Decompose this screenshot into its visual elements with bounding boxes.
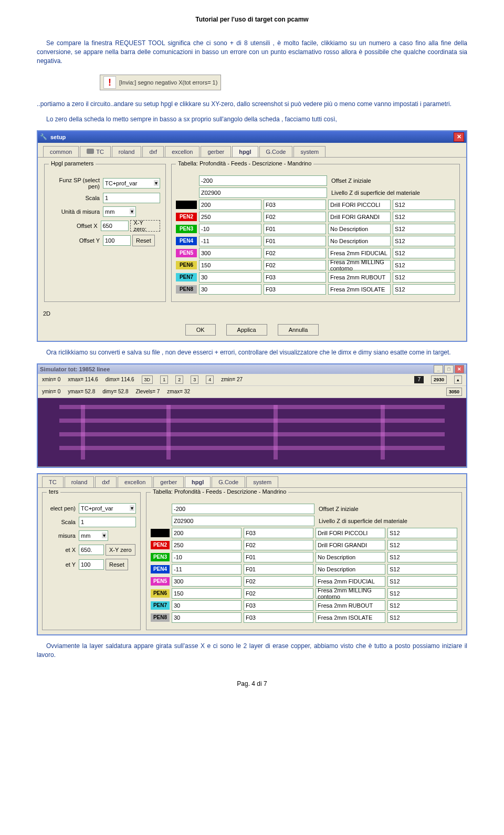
feed-input[interactable]: F03 — [244, 600, 313, 611]
tab-tc[interactable]: TC — [80, 146, 111, 157]
zlevel-input-2[interactable]: Z02900 — [172, 516, 314, 526]
spindle-input[interactable]: S12 — [387, 588, 457, 599]
btn-2[interactable]: 2 — [175, 375, 183, 384]
offsetz-input-2[interactable]: -200 — [172, 504, 314, 514]
tab-roland[interactable]: roland — [112, 146, 142, 157]
feed-input[interactable]: F02 — [264, 248, 326, 258]
offsety-input-2[interactable]: 100 — [79, 559, 104, 570]
spindle-input[interactable]: S12 — [393, 236, 455, 246]
desc-input[interactable]: Fresa 2mm MILLING contorno — [316, 588, 385, 599]
spindle-input[interactable]: S12 — [393, 224, 455, 234]
zlevel-input[interactable]: Z02900 — [199, 187, 327, 198]
apply-button[interactable]: Applica — [226, 324, 267, 336]
maximize-button[interactable]: □ — [444, 365, 454, 373]
spindle-input[interactable]: S12 — [387, 564, 457, 575]
desc-input[interactable]: Fresa 2mm RUBOUT — [328, 272, 391, 283]
depth-input[interactable]: 200 — [172, 528, 242, 538]
feed-input[interactable]: F01 — [264, 236, 326, 246]
desc-input[interactable]: Fresa 2mm FIDUCIAL — [316, 576, 385, 587]
desc-input[interactable]: No Description — [316, 564, 385, 575]
feed-input[interactable]: F01 — [264, 224, 326, 234]
btn-3[interactable]: 3 — [191, 375, 198, 384]
desc-input[interactable]: No Description — [328, 224, 391, 234]
desc-input[interactable]: Drill FORI GRANDI — [328, 212, 391, 222]
desc-input[interactable]: No Description — [316, 552, 385, 562]
spindle-input[interactable]: S12 — [393, 212, 455, 222]
xy-zero-button[interactable]: X-Y zero: — [130, 220, 161, 232]
depth-input[interactable]: 200 — [199, 200, 261, 210]
funz-select[interactable]: TC+prof_var — [103, 178, 160, 189]
offsety-input[interactable]: 100 — [103, 235, 131, 246]
3d-button[interactable]: 3D — [142, 375, 153, 384]
btn-4[interactable]: 4 — [206, 375, 214, 384]
desc-input[interactable]: Drill FORI PICCOLI — [328, 200, 391, 210]
depth-input[interactable]: 30 — [172, 612, 242, 623]
tab-gcode[interactable]: G.Code — [259, 146, 293, 157]
desc-input[interactable]: Fresa 2mm FIDUCIAL — [328, 248, 391, 258]
offsetx-input[interactable]: 650 — [101, 221, 129, 231]
spindle-input[interactable]: S12 — [387, 612, 457, 623]
unit-select-2[interactable]: mm — [79, 530, 108, 541]
scroll-up-icon[interactable]: ▴ — [454, 375, 462, 384]
scala-input-2[interactable]: 1 — [79, 517, 136, 527]
spindle-input[interactable]: S12 — [387, 600, 457, 611]
depth-input[interactable]: 300 — [172, 576, 242, 587]
close-button[interactable]: ✕ — [455, 365, 464, 373]
feed-input[interactable]: F03 — [264, 284, 326, 295]
depth-input[interactable]: -11 — [199, 236, 261, 246]
reset-button-2[interactable]: Reset — [106, 559, 128, 570]
desc-input[interactable]: Fresa 2mm MILLING contorno — [328, 260, 391, 270]
spindle-input[interactable]: S12 — [393, 260, 455, 270]
btn-1[interactable]: 1 — [160, 375, 168, 384]
spindle-input[interactable]: S12 — [393, 272, 455, 283]
desc-input[interactable]: Drill FORI PICCOLI — [316, 528, 385, 538]
spindle-input[interactable]: S12 — [387, 552, 457, 562]
depth-input[interactable]: 250 — [199, 212, 261, 222]
spindle-input[interactable]: S12 — [387, 528, 457, 538]
tab-gcode[interactable]: G.Code — [212, 476, 245, 487]
depth-input[interactable]: 30 — [199, 284, 261, 295]
offsetx-input-2[interactable]: 650. — [79, 545, 104, 555]
offsetz-input[interactable]: -200 — [199, 175, 327, 186]
depth-input[interactable]: 30 — [172, 600, 242, 611]
ok-button[interactable]: OK — [185, 324, 216, 336]
desc-input[interactable]: Fresa 2mm RUBOUT — [316, 600, 385, 611]
desc-input[interactable]: No Description — [328, 236, 391, 246]
feed-input[interactable]: F03 — [244, 528, 313, 538]
desc-input[interactable]: Fresa 2mm ISOLATE — [316, 612, 385, 623]
feed-input[interactable]: F02 — [244, 540, 313, 550]
tab-common[interactable]: common — [43, 146, 79, 157]
feed-input[interactable]: F02 — [244, 588, 313, 599]
tab-excellon[interactable]: excellon — [165, 146, 200, 157]
feed-input[interactable]: F02 — [264, 212, 326, 222]
feed-input[interactable]: F02 — [264, 260, 326, 270]
spindle-input[interactable]: S12 — [387, 540, 457, 550]
feed-input[interactable]: F03 — [264, 272, 326, 283]
tab-system[interactable]: system — [293, 146, 326, 157]
tab-roland[interactable]: roland — [65, 476, 94, 487]
feed-input[interactable]: F01 — [244, 564, 313, 575]
funz-select-2[interactable]: TC+prof_var — [79, 503, 136, 514]
depth-input[interactable]: 300 — [199, 248, 261, 258]
tab-dxf[interactable]: dxf — [95, 476, 117, 487]
depth-input[interactable]: -10 — [199, 224, 261, 234]
close-button[interactable]: ✕ — [454, 132, 464, 142]
reset-button[interactable]: Reset — [132, 235, 155, 246]
tab-hpgl[interactable]: hpgl — [185, 476, 211, 487]
spindle-input[interactable]: S12 — [387, 576, 457, 587]
tab-system[interactable]: system — [246, 476, 278, 487]
xy-zero-button-2[interactable]: X-Y zero — [106, 544, 135, 556]
depth-input[interactable]: -10 — [172, 552, 242, 562]
depth-input[interactable]: 250 — [172, 540, 242, 550]
feed-input[interactable]: F03 — [244, 612, 313, 623]
tab-gerber[interactable]: gerber — [153, 476, 184, 487]
tab-hpgl[interactable]: hpgl — [232, 146, 258, 157]
minimize-button[interactable]: _ — [434, 365, 443, 373]
spindle-input[interactable]: S12 — [393, 248, 455, 258]
depth-input[interactable]: -11 — [172, 564, 242, 575]
unit-select[interactable]: mm — [103, 206, 136, 217]
depth-input[interactable]: 150 — [172, 588, 242, 599]
feed-input[interactable]: F01 — [244, 552, 313, 562]
feed-input[interactable]: F02 — [244, 576, 313, 587]
spindle-input[interactable]: S12 — [393, 284, 455, 295]
